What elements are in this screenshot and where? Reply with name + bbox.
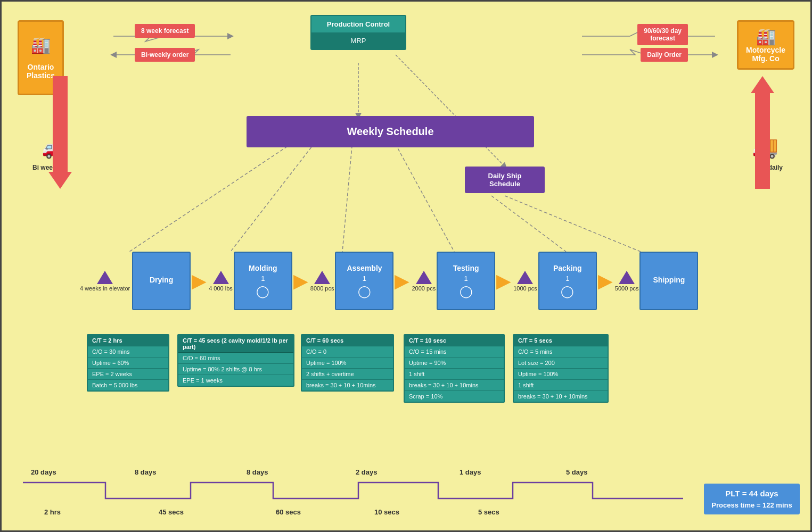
process-drying: Drying	[132, 252, 191, 310]
timeline-day-1: 8 days	[135, 468, 156, 476]
info-box-packing: C/T = 5 secs C/O = 5 mins Lot size = 200…	[513, 334, 609, 403]
svg-line-0	[129, 135, 305, 252]
info-drying-row-2: Uptime = 60%	[88, 358, 168, 369]
info-drying-row-0: C/T = 2 hrs	[88, 335, 168, 346]
molding-name: Molding	[249, 264, 277, 272]
inventory-2: 8000 pcs	[310, 271, 334, 292]
info-molding-row-0: C/T = 45 secs (2 cavity mold/1/2 lb per …	[178, 335, 293, 353]
inventory-3: 2000 pcs	[412, 271, 436, 292]
shipping-name: Shipping	[653, 276, 685, 284]
info-packing-row-1: C/O = 5 mins	[514, 346, 608, 358]
info-box-molding: C/T = 45 secs (2 cavity mold/1/2 lb per …	[177, 334, 294, 387]
info-assembly-row-0: C/T = 60 secs	[302, 335, 393, 346]
inv-label-1: 4 000 lbs	[209, 285, 233, 292]
testing-num: 1	[464, 275, 468, 282]
info-box-assembly: C/T = 60 secs C/O = 0 Uptime = 100% 2 sh…	[301, 334, 394, 392]
info-drying-row-4: Batch = 5 000 lbs	[88, 380, 168, 390]
info-testing-row-2: Uptime = 90%	[405, 358, 504, 369]
orange-arrow-2: ▶	[293, 271, 308, 290]
production-control-box: Production Control MRP	[310, 15, 406, 50]
info-packing-row-3: Uptime = 100%	[514, 369, 608, 380]
info-packing-row-5: breaks = 30 + 10 + 10mins	[514, 391, 608, 402]
info-drying-row-3: EPE = 2 weeks	[88, 369, 168, 380]
inv-label-0: 4 weeks in elevator	[80, 285, 130, 292]
timeline-time-2: 60 secs	[276, 508, 301, 516]
weekly-schedule-bar: Weekly Schedule	[247, 116, 534, 147]
svg-line-1	[231, 135, 321, 252]
assembly-name: Assembly	[347, 264, 382, 272]
inv-triangle-3	[416, 271, 432, 284]
customer-motorcycle: 🏭 Motorcycle Mfg. Co	[737, 20, 794, 70]
info-packing-row-0: C/T = 5 secs	[514, 335, 608, 346]
svg-line-7	[396, 55, 505, 167]
info-drying-row-1: C/O = 30 mins	[88, 346, 168, 358]
info-assembly-row-2: Uptime = 100%	[302, 358, 393, 369]
info-box-drying: C/T = 2 hrs C/O = 30 mins Uptime = 60% E…	[87, 334, 169, 392]
timeline-time-3: 10 secs	[374, 508, 399, 516]
plt-box: PLT = 44 days Process time = 122 mins	[704, 484, 800, 514]
svg-line-5	[491, 196, 566, 252]
timeline-day-3: 2 days	[356, 468, 377, 476]
inventory-1: 4 000 lbs	[209, 271, 233, 292]
assembly-num: 1	[363, 275, 366, 282]
process-testing: Testing 1 ◯	[437, 252, 495, 310]
arrow-left-down	[48, 76, 72, 189]
inv-label-3: 2000 pcs	[412, 285, 436, 292]
process-row: 4 weeks in elevator Drying ▶ 4 000 lbs M…	[79, 252, 698, 310]
main-container: 🏭 Ontario Plastics 🏭 Motorcycle Mfg. Co …	[0, 0, 812, 532]
inv-triangle-0	[97, 271, 113, 284]
process-assembly: Assembly 1 ◯	[335, 252, 393, 310]
info-testing-row-3: 1 shift	[405, 369, 504, 380]
inv-label-2: 8000 pcs	[310, 285, 334, 292]
info-assembly-row-3: 2 shifts + overtime	[302, 369, 393, 380]
arrow-right-up	[751, 76, 774, 189]
drying-name: Drying	[150, 276, 173, 284]
customer-motorcycle-label: Motorcycle Mfg. Co	[746, 46, 785, 63]
inv-triangle-2	[314, 271, 330, 284]
svg-line-4	[505, 196, 641, 252]
info-molding-row-2: Uptime = 80% 2 shifts @ 8 hrs	[178, 364, 293, 375]
info-testing-row-5: Scrap = 10%	[405, 391, 504, 402]
daily-ship-line1: Daily Ship	[470, 172, 539, 180]
packing-num: 1	[565, 275, 569, 282]
daily-order-label: Daily Order	[641, 48, 688, 62]
inv-label-4: 1000 pcs	[513, 285, 537, 292]
svg-line-2	[342, 135, 353, 252]
info-molding-row-1: C/O = 60 mins	[178, 353, 293, 364]
testing-name: Testing	[453, 264, 479, 272]
daily-ship-schedule: Daily Ship Schedule	[465, 167, 545, 193]
timeline-day-4: 1 days	[460, 468, 481, 476]
process-time-label: Process time = 122 mins	[709, 501, 794, 509]
inv-triangle-5	[619, 271, 635, 284]
info-packing-row-4: 1 shift	[514, 380, 608, 391]
info-box-testing: C/T = 10 sesc C/O = 15 mins Uptime = 90%…	[404, 334, 505, 403]
orange-arrow-1: ▶	[192, 271, 207, 290]
timeline-day-2: 8 days	[247, 468, 268, 476]
timeline-time-4: 5 secs	[478, 508, 499, 516]
process-molding: Molding 1 ◯	[234, 252, 292, 310]
timeline-day-0: 20 days	[31, 468, 56, 476]
molding-operator: ◯	[256, 285, 269, 298]
forecast-8week-label: 8 week forecast	[135, 24, 195, 38]
inventory-0: 4 weeks in elevator	[80, 271, 130, 292]
process-packing: Packing 1 ◯	[538, 252, 597, 310]
info-testing-row-4: breaks = 30 + 10 + 10mins	[405, 380, 504, 391]
info-assembly-row-1: C/O = 0	[302, 346, 393, 358]
svg-line-3	[390, 135, 454, 252]
timeline-svg: 20 days 8 days 8 days 2 days 1 days 5 da…	[2, 445, 812, 530]
info-molding-row-3: EPE = 1 weeks	[178, 375, 293, 386]
packing-operator: ◯	[561, 285, 574, 298]
molding-num: 1	[261, 275, 265, 282]
forecast-90day-label: 90/60/30 day forecast	[637, 24, 688, 45]
timeline-time-1: 45 secs	[159, 508, 184, 516]
customer-motorcycle-icon: 🏭	[746, 27, 785, 46]
inv-triangle-4	[517, 271, 533, 284]
orange-arrow-5: ▶	[598, 271, 613, 290]
timeline-time-0: 2 hrs	[44, 508, 61, 516]
inventory-5: 5000 pcs	[615, 271, 639, 292]
inv-label-5: 5000 pcs	[615, 285, 639, 292]
biweekly-order-label: Bi-weekly order	[135, 48, 195, 62]
mrp-label: MRP	[311, 32, 405, 49]
testing-operator: ◯	[460, 285, 473, 298]
orange-arrow-4: ▶	[496, 271, 511, 290]
